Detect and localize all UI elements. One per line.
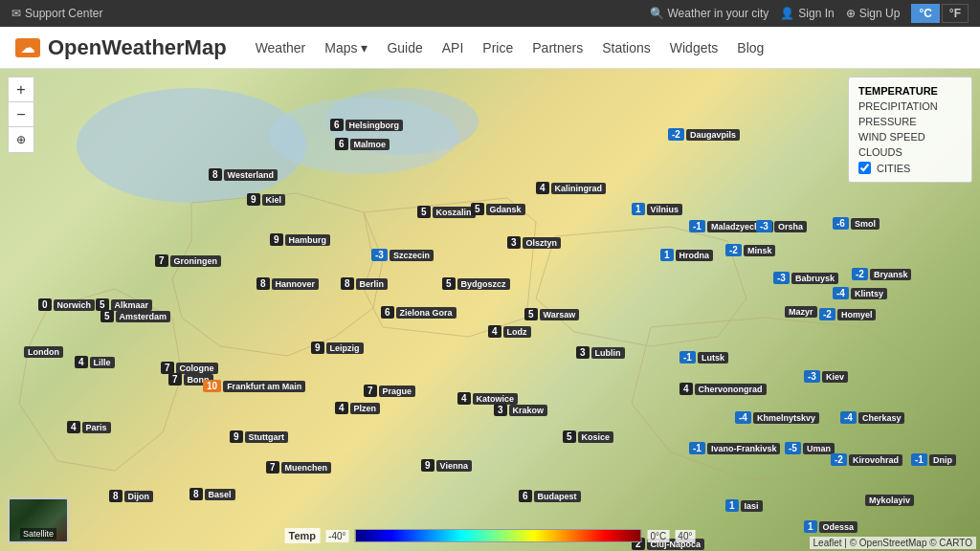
city-label: -4Khmelnytskvy	[735, 411, 819, 424]
nav-guide[interactable]: Guide	[387, 40, 422, 55]
cities-label: CITIES	[877, 163, 910, 174]
precipitation-label: PRECIPITATION	[858, 100, 938, 112]
layer-panel: TEMPERATURE PRECIPITATION PRESSURE WIND …	[848, 77, 972, 183]
signin-link[interactable]: 👤 Sign In	[780, 7, 834, 20]
nav-partners[interactable]: Partners	[532, 40, 583, 55]
city-label: 5Amsterdam	[100, 310, 170, 322]
nav-stations[interactable]: Stations	[602, 40, 651, 55]
envelope-icon: ✉	[11, 7, 21, 20]
temperature-legend: Temp -40° 0°C 40°	[285, 528, 696, 543]
logo-icon: ☁	[15, 38, 40, 57]
city-label: 3Olsztyn	[507, 236, 561, 249]
support-link[interactable]: ✉ Support Center	[11, 7, 102, 20]
temp-gradient-bar	[355, 529, 642, 542]
layer-cities[interactable]: CITIES	[858, 160, 962, 176]
layer-wind-speed[interactable]: WIND SPEED	[858, 129, 962, 144]
temp-min-label: -40°	[325, 530, 348, 542]
city-label: -3Babruysk	[773, 272, 838, 284]
city-label: London	[24, 346, 63, 358]
temperature-label: TEMPERATURE	[858, 85, 938, 97]
celsius-button[interactable]: °C	[911, 4, 939, 23]
nav-maps[interactable]: Maps ▾	[324, 40, 368, 55]
satellite-thumbnail[interactable]: Satellite	[8, 497, 69, 543]
city-label: 0Norwich	[38, 298, 95, 311]
fahrenheit-button[interactable]: °F	[942, 4, 969, 23]
city-label: -3Szczecin	[371, 249, 434, 261]
city-label: -1Dnip	[911, 453, 956, 466]
nav-widgets[interactable]: Widgets	[670, 40, 719, 55]
clouds-label: CLOUDS	[858, 146, 902, 158]
city-label: -4Cherkasy	[840, 411, 904, 424]
city-label: 5Bydgoszcz	[442, 277, 510, 290]
search-icon: 🔍	[650, 7, 664, 20]
city-label: -2Kirovohrad	[831, 453, 902, 466]
zoom-out-button[interactable]: −	[9, 102, 33, 127]
nav-links: Weather Maps ▾ Guide API Price Partners …	[256, 39, 765, 56]
cities-checkbox[interactable]	[858, 162, 871, 174]
city-label: -2Bryansk	[852, 268, 911, 280]
city-label: 8Dijon	[109, 490, 153, 502]
navbar: ☁ OpenWeatherMap Weather Maps ▾ Guide AP…	[0, 27, 980, 69]
layer-temperature[interactable]: TEMPERATURE	[858, 83, 962, 99]
city-label: 10Frankfurt am Main	[203, 380, 305, 392]
city-label: 9Hamburg	[270, 233, 330, 246]
city-label: 7Prague	[364, 385, 415, 397]
city-label: 9Vienna	[421, 459, 472, 472]
city-label: 1Iasi	[725, 499, 763, 512]
city-label: 1Vilnius	[632, 203, 682, 215]
logo-text: OpenWeatherMap	[48, 35, 227, 60]
nav-weather[interactable]: Weather	[256, 40, 306, 55]
city-label: 6Malmoe	[335, 138, 390, 150]
map-container[interactable]: + − ⊕ TEMPERATURE PRECIPITATION PRESSURE…	[0, 69, 980, 551]
signup-icon: ⊕	[846, 7, 856, 20]
city-label: 4Lille	[75, 356, 115, 368]
city-label: -1Lutsk	[679, 351, 728, 364]
city-label: 4Chervonongrad	[679, 383, 767, 395]
wind-speed-label: WIND SPEED	[858, 131, 925, 143]
city-label: 9Leipzig	[311, 342, 364, 354]
city-label: 4Paris	[67, 421, 111, 433]
weather-city-link[interactable]: 🔍 Weather in your city	[650, 7, 769, 20]
city-label: 7Muenchen	[266, 461, 331, 474]
city-label: Mykolayiv	[865, 495, 914, 506]
city-label: 1Hrodna	[660, 249, 713, 261]
city-label: 4Plzen	[335, 402, 380, 414]
logo: ☁ OpenWeatherMap	[15, 35, 227, 60]
temp-max-label: 40°	[675, 530, 695, 542]
city-label: 9Stuttgart	[230, 430, 288, 443]
nav-blog[interactable]: Blog	[737, 40, 764, 55]
zoom-in-button[interactable]: +	[9, 77, 33, 102]
temp-legend-label: Temp	[285, 528, 321, 543]
city-label: 3Lublin	[576, 346, 625, 359]
svg-point-3	[268, 98, 459, 174]
temp-mid-label: 0°C	[648, 530, 670, 542]
city-label: 1Odessa	[804, 520, 858, 533]
nav-price[interactable]: Price	[482, 40, 513, 55]
city-label: 8Basel	[189, 488, 235, 500]
city-label: 6Zielona Gora	[381, 306, 457, 319]
satellite-label: Satellite	[20, 528, 56, 540]
city-label: 8Hannover	[256, 277, 319, 290]
city-label: 5Warsaw	[524, 308, 579, 320]
signup-link[interactable]: ⊕ Sign Up	[846, 7, 901, 20]
city-label: -2Minsk	[725, 244, 775, 256]
city-label: -2Homyel	[819, 308, 876, 320]
temperature-toggle: °C °F	[911, 4, 969, 23]
city-label: 4Lodz	[488, 325, 531, 338]
city-label: 3Krakow	[494, 404, 547, 416]
city-label: -4Klintsy	[833, 287, 887, 299]
nav-api[interactable]: API	[442, 40, 464, 55]
city-label: -5Uman	[785, 442, 835, 454]
layer-clouds[interactable]: CLOUDS	[858, 144, 962, 160]
layer-precipitation[interactable]: PRECIPITATION	[858, 99, 962, 114]
city-label: 9Kiel	[247, 193, 285, 206]
attribution: Leaflet | © OpenStreetMap © CARTO	[810, 537, 976, 549]
layer-pressure[interactable]: PRESSURE	[858, 114, 962, 129]
city-label: 6Helsingborg	[330, 119, 403, 131]
city-label: Mazyr	[785, 306, 817, 318]
city-label: 6Budapest	[519, 490, 581, 502]
city-label: 7Groningen	[155, 254, 221, 267]
locate-button[interactable]: ⊕	[9, 127, 33, 152]
city-label: 8Westerland	[209, 168, 278, 181]
city-label: 5Gdansk	[471, 203, 525, 215]
